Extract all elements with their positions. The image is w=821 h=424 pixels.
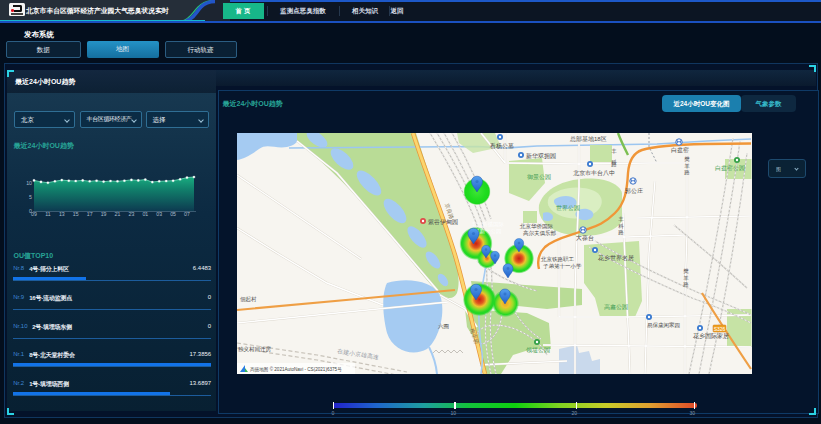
svg-text:17: 17: [86, 211, 92, 217]
svg-text:路: 路: [611, 161, 617, 167]
svg-text:S326: S326: [714, 325, 726, 331]
svg-text:看杨公墓: 看杨公墓: [489, 141, 514, 149]
svg-text:北京华侨国际: 北京华侨国际: [519, 223, 554, 230]
svg-text:15: 15: [72, 211, 78, 217]
svg-text:19: 19: [100, 211, 106, 217]
svg-text:大葆台: 大葆台: [576, 234, 594, 242]
svg-text:路: 路: [618, 229, 624, 235]
svg-text:10: 10: [26, 180, 32, 186]
svg-text:独义村回迁房: 独义村回迁房: [238, 346, 272, 353]
svg-text:11: 11: [45, 211, 50, 217]
svg-text:高德地图 © 2021AutoNavi - CS(2021): 高德地图 © 2021AutoNavi - CS(2021)6375号: [250, 366, 342, 373]
svg-text:新华双拥园: 新华双拥园: [526, 152, 556, 160]
svg-text:13: 13: [59, 211, 65, 217]
svg-text:羊: 羊: [684, 162, 690, 168]
svg-text:佃起村: 佃起村: [240, 296, 257, 303]
svg-text:21: 21: [114, 211, 120, 217]
svg-text:羊: 羊: [683, 274, 689, 280]
svg-text:23: 23: [128, 211, 134, 217]
svg-text:六圈: 六圈: [438, 323, 449, 329]
svg-text:郭公庄: 郭公庄: [624, 187, 643, 195]
svg-text:御景公园: 御景公园: [527, 174, 551, 181]
svg-text:5: 5: [29, 194, 32, 200]
svg-text:易保康闲家园: 易保康闲家园: [647, 322, 680, 329]
svg-text:科: 科: [618, 222, 624, 228]
svg-text:京良路: 京良路: [444, 202, 455, 220]
svg-text:高尔夫俱乐部: 高尔夫俱乐部: [523, 230, 557, 237]
svg-text:07: 07: [184, 211, 190, 217]
svg-text:北京铁路职工: 北京铁路职工: [540, 256, 575, 263]
svg-text:01: 01: [142, 211, 148, 217]
svg-text:花乡国际家居: 花乡国际家居: [693, 332, 729, 340]
svg-text:樊: 樊: [683, 268, 689, 274]
svg-text:樊: 樊: [684, 156, 690, 162]
svg-text:05: 05: [170, 211, 176, 217]
svg-text:白盆窑公园: 白盆窑公园: [715, 164, 745, 172]
svg-text:白盆窑: 白盆窑: [671, 146, 689, 154]
svg-text:领堤公园: 领堤公园: [526, 346, 550, 354]
svg-text:路: 路: [684, 169, 690, 175]
svg-text:总部基地18区: 总部基地18区: [569, 135, 607, 143]
svg-text:花乡世界名居: 花乡世界名居: [598, 255, 634, 262]
svg-text:03: 03: [156, 211, 162, 217]
svg-text:丰: 丰: [618, 216, 624, 222]
svg-text:北京市丰台八中: 北京市丰台八中: [573, 169, 615, 177]
svg-text:丰台新循国际: 丰台新循国际: [471, 221, 505, 228]
svg-text:紫谷伊甸园: 紫谷伊甸园: [427, 218, 458, 226]
svg-text:09: 09: [31, 211, 37, 217]
svg-text:高鑫公园: 高鑫公园: [604, 303, 628, 311]
svg-text:世界公园: 世界公园: [556, 205, 580, 212]
svg-text:丰: 丰: [611, 148, 617, 154]
svg-text:路: 路: [683, 281, 689, 287]
svg-text:子弟第十一小学: 子弟第十一小学: [543, 263, 582, 269]
